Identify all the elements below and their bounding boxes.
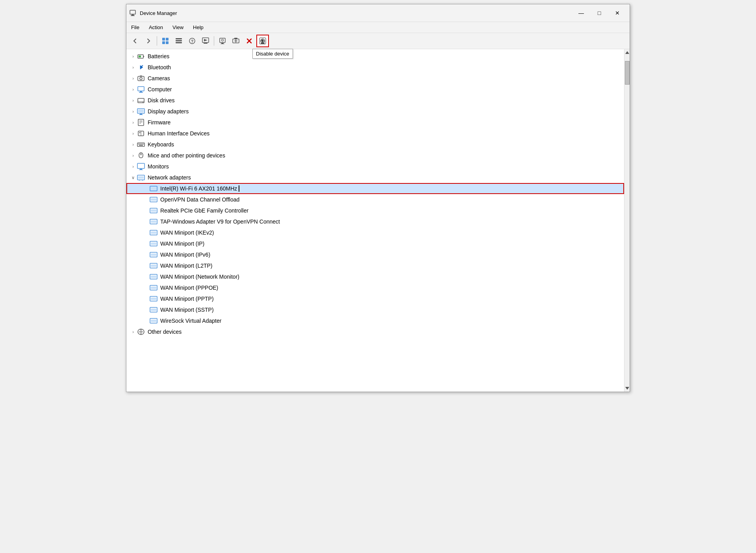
show-devices-button[interactable]	[159, 35, 172, 47]
tree-item-bluetooth[interactable]: › Bluetooth	[126, 62, 624, 73]
disable-device-button[interactable]	[256, 35, 269, 47]
expander-batteries[interactable]: ›	[130, 54, 137, 59]
scrollbar[interactable]	[624, 49, 630, 392]
wiresock-icon	[149, 316, 158, 325]
tree-item-other[interactable]: › Other devices	[126, 326, 624, 337]
tree-item-firmware[interactable]: › Firmware	[126, 117, 624, 128]
properties-button[interactable]: ?	[186, 35, 198, 47]
tree-item-realtek[interactable]: Realtek PCIe GbE Family Controller	[126, 205, 624, 216]
tap-label: TAP-Windows Adapter V9 for OpenVPN Conne…	[160, 218, 280, 225]
svg-rect-20	[234, 38, 237, 39]
back-button[interactable]	[129, 35, 141, 47]
svg-rect-8	[176, 40, 182, 41]
expander-monitors[interactable]: ›	[130, 164, 137, 169]
svg-marker-99	[625, 387, 629, 390]
title-bar: Device Manager — □ ✕	[126, 4, 630, 22]
close-button[interactable]: ✕	[608, 7, 626, 19]
content-area: › Batteries ›	[126, 49, 630, 392]
svg-rect-59	[143, 144, 144, 144]
wan-ip-icon	[149, 239, 158, 248]
tree-item-monitors[interactable]: › Monitors	[126, 161, 624, 172]
wan-ipv6-icon	[149, 250, 158, 259]
scroll-up-icon[interactable]	[624, 50, 630, 55]
wan-sstp-label: WAN Miniport (SSTP)	[160, 307, 214, 313]
scroll-down-icon[interactable]	[624, 385, 630, 391]
uninstall-button[interactable]	[243, 35, 256, 47]
disk-drives-icon	[137, 96, 145, 105]
wiresock-label: WireSock Virtual Adapter	[160, 318, 221, 324]
tree-item-tap[interactable]: TAP-Windows Adapter V9 for OpenVPN Conne…	[126, 216, 624, 227]
expander-mice[interactable]: ›	[130, 153, 137, 158]
tree-item-wan-ikev2[interactable]: WAN Miniport (IKEv2)	[126, 227, 624, 238]
maximize-button[interactable]: □	[590, 7, 608, 19]
svg-rect-1	[132, 15, 134, 15]
svg-rect-45	[139, 115, 143, 115]
expander-display-adapters[interactable]: ›	[130, 109, 137, 114]
tree-item-display-adapters[interactable]: › Display adapters	[126, 106, 624, 117]
tree-item-disk-drives[interactable]: › Disk drives	[126, 95, 624, 106]
toolbar-sep-2	[214, 36, 214, 46]
svg-rect-63	[137, 163, 145, 168]
app-icon	[130, 9, 137, 17]
tree-item-wan-netmon[interactable]: WAN Miniport (Network Monitor)	[126, 271, 624, 282]
wan-ikev2-icon	[149, 228, 158, 237]
tree-item-wan-pppoe[interactable]: WAN Miniport (PPPOE)	[126, 282, 624, 293]
tree-item-openvpn[interactable]: OpenVPN Data Channel Offload	[126, 194, 624, 205]
tree-item-batteries[interactable]: › Batteries	[126, 51, 624, 62]
tree-item-mice[interactable]: › Mice and other pointing devices	[126, 150, 624, 161]
svg-rect-89	[151, 287, 156, 289]
tree-item-keyboards[interactable]: › Keyboards	[126, 139, 624, 150]
expander-keyboards[interactable]: ›	[130, 142, 137, 147]
svg-rect-64	[140, 169, 142, 170]
tree-item-wan-ip[interactable]: WAN Miniport (IP)	[126, 238, 624, 249]
expander-other[interactable]: ›	[130, 329, 137, 334]
expander-network-adapters[interactable]: ∨	[130, 175, 137, 180]
menu-action[interactable]: Action	[144, 23, 168, 32]
svg-rect-5	[162, 41, 165, 44]
svg-rect-39	[139, 92, 143, 93]
svg-rect-67	[138, 176, 144, 179]
tree-item-wan-ipv6[interactable]: WAN Miniport (IPv6)	[126, 249, 624, 260]
svg-rect-44	[140, 114, 142, 115]
tree-item-cameras[interactable]: › Cameras	[126, 73, 624, 84]
menu-help[interactable]: Help	[188, 23, 208, 32]
tree-item-network-adapters[interactable]: ∨ Network adapters	[126, 172, 624, 183]
expander-firmware[interactable]: ›	[130, 120, 137, 125]
svg-rect-95	[151, 320, 156, 322]
tree-item-wiresock[interactable]: WireSock Virtual Adapter	[126, 315, 624, 326]
tree-item-wifi[interactable]: Intel(R) Wi-Fi 6 AX201 160MHz	[126, 183, 624, 194]
tree-item-wan-l2tp[interactable]: WAN Miniport (L2TP)	[126, 260, 624, 271]
keyboards-label: Keyboards	[148, 141, 174, 148]
add-legacy-button[interactable]	[230, 35, 242, 47]
tree-item-computer[interactable]: › Computer	[126, 84, 624, 95]
tree-item-hid[interactable]: › Human Interface Devices	[126, 128, 624, 139]
expander-bluetooth[interactable]: ›	[130, 65, 137, 70]
expander-cameras[interactable]: ›	[130, 76, 137, 81]
forward-button[interactable]	[142, 35, 155, 47]
expander-hid[interactable]: ›	[130, 131, 137, 136]
svg-rect-87	[151, 276, 156, 278]
wan-ip-label: WAN Miniport (IP)	[160, 240, 204, 247]
wan-pppoe-label: WAN Miniport (PPPOE)	[160, 285, 218, 291]
svg-rect-57	[141, 144, 141, 144]
wan-netmon-icon	[149, 272, 158, 281]
menu-view[interactable]: View	[168, 23, 188, 32]
scroll-thumb[interactable]	[625, 61, 630, 85]
hid-label: Human Interface Devices	[148, 130, 209, 137]
cameras-label: Cameras	[148, 75, 170, 81]
device-tree[interactable]: › Batteries ›	[126, 49, 624, 392]
menu-file[interactable]: File	[126, 23, 144, 32]
show-list-button[interactable]	[172, 35, 185, 47]
update-driver-button[interactable]	[199, 35, 212, 47]
tree-item-wan-pptp[interactable]: WAN Miniport (PPTP)	[126, 293, 624, 304]
toolbar: ?	[126, 33, 630, 49]
minimize-button[interactable]: —	[572, 7, 590, 19]
cursor-indicator	[239, 185, 239, 192]
scan-button[interactable]	[216, 35, 229, 47]
expander-disk-drives[interactable]: ›	[130, 98, 137, 103]
svg-rect-15	[220, 38, 225, 43]
expander-computer[interactable]: ›	[130, 87, 137, 92]
tree-item-wan-sstp[interactable]: WAN Miniport (SSTP)	[126, 304, 624, 315]
window-title: Device Manager	[140, 10, 572, 16]
svg-rect-7	[176, 38, 182, 39]
